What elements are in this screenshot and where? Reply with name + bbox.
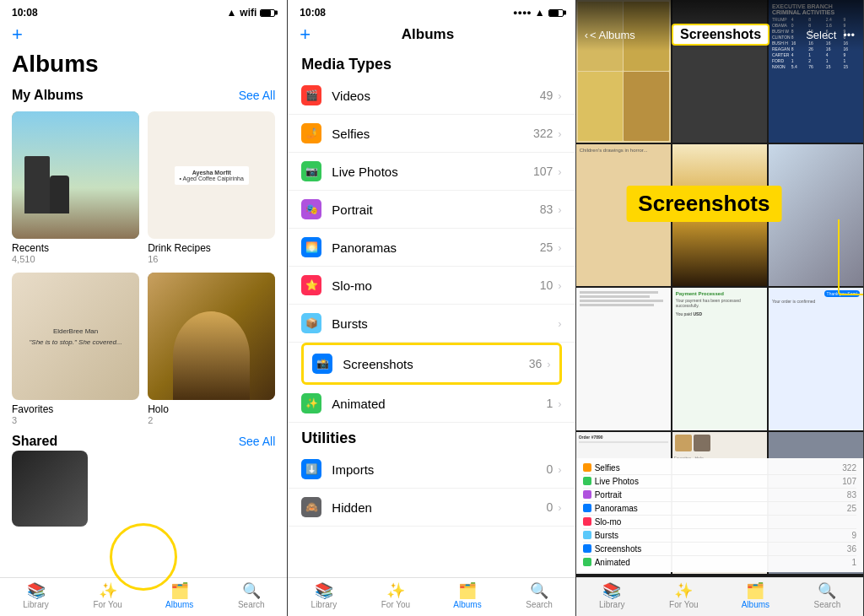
tab-foryou-2[interactable]: ✨ For You bbox=[359, 583, 431, 609]
slomo-label: Slo-mo bbox=[332, 278, 539, 293]
portrait-chevron: › bbox=[558, 203, 561, 216]
screenshots-title-box: Screenshots bbox=[672, 24, 770, 46]
animated-label: Animated bbox=[332, 397, 546, 411]
album-favorites[interactable]: ElderBree Man "She is to stop." She cove… bbox=[12, 273, 139, 425]
videos-count: 49 bbox=[540, 89, 554, 102]
p3-slomo-icon bbox=[583, 517, 591, 526]
list-item-imports[interactable]: ⬇️ Imports 0 › bbox=[288, 451, 575, 489]
album-thumb-recents bbox=[12, 111, 139, 239]
panel-3-screenshots: EXECUTIVE BRANCH CRIMINAL ACTIVITIES TRU… bbox=[576, 0, 864, 616]
album-count-holo: 2 bbox=[148, 415, 275, 425]
my-albums-title: My Albums bbox=[12, 88, 84, 103]
p3-row-panoramas: Panoramas 25 bbox=[583, 502, 856, 516]
panel-1-albums-home: 10:08 ▲ wifi + Albums My Albums See All … bbox=[0, 0, 288, 616]
album-count-recipes: 16 bbox=[148, 254, 275, 264]
back-button[interactable]: ‹ < Albums bbox=[585, 29, 635, 41]
list-item-selfies[interactable]: 🤳 Selfies 322 › bbox=[288, 115, 575, 153]
screenshots-count: 36 bbox=[529, 357, 543, 370]
album-holo[interactable]: Holo 2 bbox=[148, 273, 275, 425]
panoramas-label: Panoramas bbox=[332, 240, 539, 255]
list-item-slomo[interactable]: ⭐ Slo-mo 10 › bbox=[288, 267, 575, 305]
add-button-2[interactable]: + bbox=[300, 24, 310, 46]
battery-icon bbox=[260, 9, 275, 17]
search-icon-3: 🔍 bbox=[818, 583, 836, 598]
tab-library-3[interactable]: 📚 Library bbox=[576, 583, 648, 609]
tab-search-3[interactable]: 🔍 Search bbox=[791, 583, 863, 609]
library-icon-3: 📚 bbox=[602, 583, 621, 598]
list-item-animated[interactable]: ✨ Animated 1 › bbox=[288, 385, 575, 423]
panoramas-icon: 🌅 bbox=[301, 237, 321, 257]
back-chevron-icon: ‹ bbox=[585, 29, 588, 41]
library-icon-1: 📚 bbox=[27, 583, 46, 598]
album-recents[interactable]: Recents 4,510 bbox=[12, 111, 139, 264]
shared-see-all[interactable]: See All bbox=[239, 435, 276, 448]
p3-screenshots-icon bbox=[583, 544, 591, 553]
p3-selfies-icon bbox=[583, 463, 591, 472]
hidden-count: 0 bbox=[547, 500, 554, 514]
p3-row-slomo: Slo-mo bbox=[583, 516, 856, 529]
portrait-icon: 🎭 bbox=[301, 199, 321, 219]
tab-search-1[interactable]: 🔍 Search bbox=[215, 583, 287, 609]
list-item-portrait[interactable]: 🎭 Portrait 83 › bbox=[288, 191, 575, 229]
tab-foryou-label-3: For You bbox=[669, 600, 698, 609]
list-item-videos[interactable]: 🎬 Videos 49 › bbox=[288, 77, 575, 115]
panoramas-count: 25 bbox=[540, 240, 554, 254]
foryou-icon-3: ✨ bbox=[674, 583, 693, 598]
slomo-chevron: › bbox=[558, 279, 561, 292]
tab-albums-label-1: Albums bbox=[165, 600, 193, 609]
album-thumb-recipes: Ayesha Morfit • Aged Coffee Caipirinha bbox=[148, 111, 275, 239]
p3-row-selfies: Selfies 322 bbox=[583, 462, 856, 475]
album-name-recipes: Drink Recipes bbox=[148, 242, 275, 254]
albums-header-title: Albums bbox=[402, 26, 454, 43]
photo-text-doc[interactable] bbox=[576, 288, 671, 430]
albums-icon-3: 🗂️ bbox=[746, 583, 764, 598]
p3-row-animated: Animated 1 bbox=[583, 556, 856, 569]
panel3-list-overlay: Selfies 322 Live Photos 107 Portrait 83 … bbox=[576, 458, 863, 572]
tab-search-2[interactable]: 🔍 Search bbox=[504, 583, 575, 609]
animated-icon: ✨ bbox=[301, 393, 321, 413]
videos-icon: 🎬 bbox=[301, 85, 321, 105]
tab-foryou-label-1: For You bbox=[93, 600, 122, 609]
foryou-icon-1: ✨ bbox=[99, 583, 117, 598]
my-albums-header: My Albums See All bbox=[0, 84, 287, 106]
p3-livephotos-icon bbox=[583, 477, 591, 485]
add-button-1[interactable]: + bbox=[12, 25, 275, 44]
tab-albums-3[interactable]: 🗂️ Albums bbox=[720, 583, 791, 609]
albums-icon-1: 🗂️ bbox=[170, 583, 189, 598]
list-item-bursts[interactable]: 📦 Bursts › bbox=[288, 305, 575, 343]
p3-row-bursts: Bursts 9 bbox=[583, 529, 856, 543]
screenshots-annotation-box: Screenshots bbox=[626, 186, 781, 222]
tab-search-label-3: Search bbox=[814, 600, 841, 609]
list-item-hidden[interactable]: 🙈 Hidden 0 › bbox=[288, 489, 575, 527]
list-item-panoramas[interactable]: 🌅 Panoramas 25 › bbox=[288, 229, 575, 267]
p3-animated-label: Animated bbox=[595, 558, 849, 567]
album-name-recents: Recents bbox=[12, 242, 139, 254]
slomo-icon: ⭐ bbox=[301, 275, 321, 295]
signal-icon: ▲ bbox=[226, 7, 236, 19]
album-drink-recipes[interactable]: Ayesha Morfit • Aged Coffee Caipirinha D… bbox=[148, 111, 275, 264]
tab-library-1[interactable]: 📚 Library bbox=[0, 583, 72, 609]
p3-portrait-icon bbox=[583, 490, 591, 499]
panel3-header: ‹ < Albums Screenshots Select ••• bbox=[576, 0, 863, 51]
p3-portrait-count: 83 bbox=[847, 490, 856, 500]
screenshots-icon: 📸 bbox=[312, 354, 332, 374]
live-photos-chevron: › bbox=[558, 165, 561, 178]
my-albums-see-all[interactable]: See All bbox=[239, 89, 276, 102]
albums-scroll-area[interactable]: Media Types 🎬 Videos 49 › 🤳 Selfies 322 … bbox=[288, 49, 575, 577]
photo-payment[interactable]: Payment Processed Your payment has been … bbox=[672, 288, 767, 430]
search-icon-1: 🔍 bbox=[242, 583, 261, 598]
tab-foryou-3[interactable]: ✨ For You bbox=[648, 583, 720, 609]
bursts-chevron: › bbox=[558, 317, 561, 330]
screenshots-highlight-box: 📸 Screenshots 36 › bbox=[301, 343, 561, 385]
photo-chat[interactable]: Thank you Sam! Your order is confirmed bbox=[769, 288, 863, 430]
shared-album-thumb[interactable] bbox=[12, 451, 88, 527]
live-photos-count: 107 bbox=[533, 165, 553, 178]
p3-row-portrait: Portrait 83 bbox=[583, 489, 856, 502]
select-button[interactable]: Select bbox=[806, 29, 836, 41]
tab-library-2[interactable]: 📚 Library bbox=[288, 583, 359, 609]
list-item-screenshots[interactable]: 📸 Screenshots 36 › bbox=[312, 345, 550, 382]
list-item-live-photos[interactable]: 📷 Live Photos 107 › bbox=[288, 153, 575, 191]
more-button[interactable]: ••• bbox=[843, 29, 855, 41]
tab-albums-2[interactable]: 🗂️ Albums bbox=[431, 583, 503, 609]
tab-library-label-2: Library bbox=[311, 600, 338, 609]
